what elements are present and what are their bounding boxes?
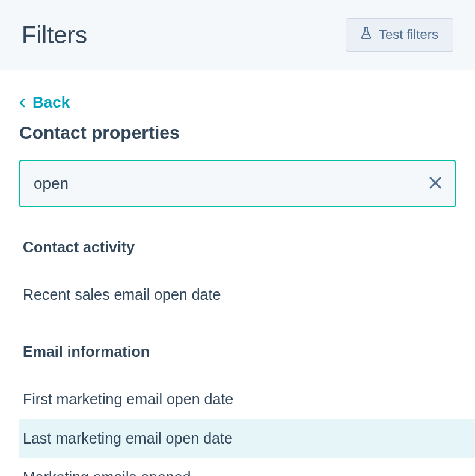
content-area: Back Contact properties Contact activity… — [0, 70, 475, 476]
group-header: Contact activity — [23, 229, 475, 266]
list-item[interactable]: Last marketing email open date — [19, 419, 475, 458]
search-wrapper — [19, 160, 456, 207]
search-input[interactable] — [19, 160, 456, 207]
list-item[interactable]: First marketing email open date — [23, 380, 475, 419]
clear-search-button[interactable] — [427, 175, 444, 192]
filters-header: Filters Test filters — [0, 0, 475, 70]
page-title: Filters — [22, 22, 87, 49]
chevron-left-icon — [19, 93, 25, 112]
test-filters-button[interactable]: Test filters — [346, 18, 453, 52]
results-list: Contact activity Recent sales email open… — [23, 229, 475, 476]
test-filters-label: Test filters — [379, 27, 438, 43]
list-item[interactable]: Marketing emails opened — [23, 458, 475, 476]
back-link[interactable]: Back — [19, 93, 456, 112]
flask-icon — [361, 27, 372, 43]
close-icon — [428, 175, 443, 192]
back-label: Back — [32, 93, 70, 112]
list-item[interactable]: Recent sales email open date — [23, 275, 475, 314]
section-title: Contact properties — [19, 123, 456, 143]
group-header: Email information — [23, 334, 475, 370]
